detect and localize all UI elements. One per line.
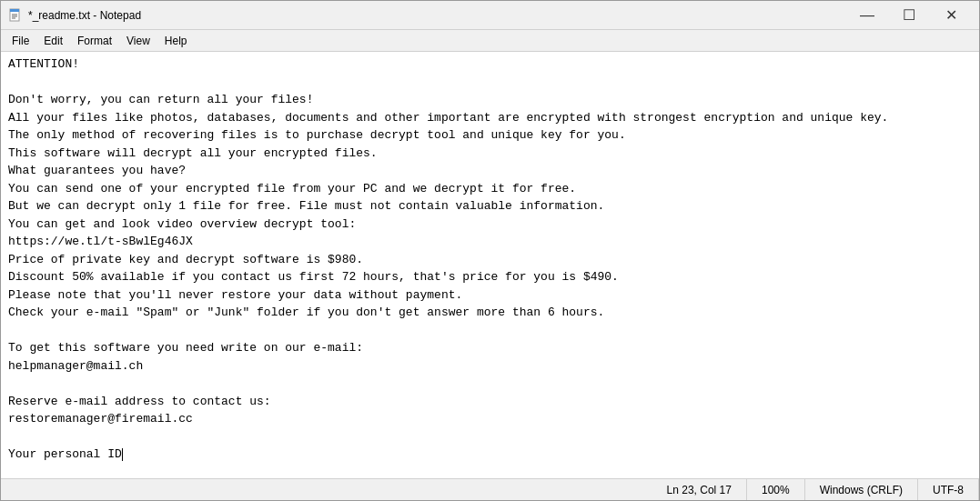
minimize-button[interactable]: —: [846, 1, 888, 30]
zoom-level: 100%: [747, 479, 805, 500]
menu-file[interactable]: File: [5, 33, 36, 49]
editor-area[interactable]: ATTENTION! Don't worry, you can return a…: [1, 52, 979, 478]
menu-view[interactable]: View: [119, 33, 157, 49]
window-controls: — ☐ ✕: [846, 1, 972, 30]
menu-bar: File Edit Format View Help: [1, 30, 979, 52]
window-title: *_readme.txt - Notepad: [28, 9, 846, 22]
app-icon: [8, 8, 23, 23]
menu-format[interactable]: Format: [70, 33, 119, 49]
cursor-position: Ln 23, Col 17: [652, 479, 747, 500]
notepad-window: *_readme.txt - Notepad — ☐ ✕ File Edit F…: [0, 0, 980, 501]
encoding: UTF-8: [918, 479, 979, 500]
close-button[interactable]: ✕: [930, 1, 972, 30]
status-bar: Ln 23, Col 17 100% Windows (CRLF) UTF-8: [1, 478, 979, 500]
svg-rect-1: [10, 9, 19, 12]
menu-help[interactable]: Help: [157, 33, 195, 49]
title-bar: *_readme.txt - Notepad — ☐ ✕: [1, 1, 979, 30]
maximize-button[interactable]: ☐: [888, 1, 930, 30]
editor-content: ATTENTION! Don't worry, you can return a…: [8, 55, 972, 475]
menu-edit[interactable]: Edit: [36, 33, 70, 49]
line-endings: Windows (CRLF): [805, 479, 918, 500]
